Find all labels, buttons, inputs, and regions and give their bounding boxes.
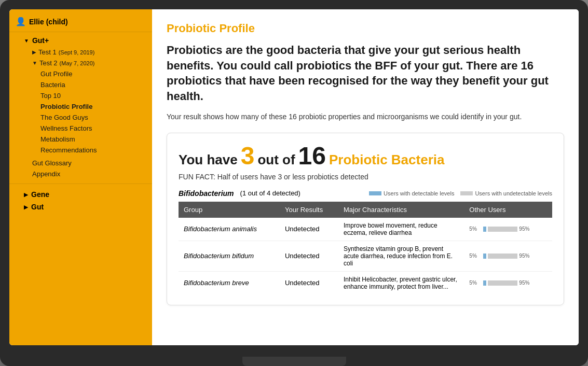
- test1-date: (Sept 9, 2019): [59, 49, 95, 55]
- cell-group: Bifidobacterium breve: [179, 271, 280, 294]
- gray-bar: [488, 280, 517, 286]
- sidebar-item-gut-profile[interactable]: Gut Profile: [9, 68, 152, 79]
- col-group: Group: [179, 202, 280, 218]
- bifido-legend-row: Bifidobacterium (1 out of 4 detected) Us…: [179, 189, 552, 198]
- probiotic-bacteria-label: Probiotic Bacteria: [329, 152, 445, 168]
- chevron-right-gene-icon: ▶: [24, 192, 28, 198]
- sidebar-item-gene[interactable]: ▶ Gene: [9, 188, 152, 201]
- user-count: 3: [241, 144, 255, 168]
- sidebar-item-metabolism[interactable]: Metabolism: [9, 134, 152, 145]
- result-card: You have 3 out of 16 Probiotic Bacteria …: [167, 133, 564, 305]
- fun-fact: FUN FACT: Half of users have 3 or less p…: [179, 173, 552, 181]
- legend-undetectable: Users with undetectable levels: [460, 190, 552, 196]
- cell-result: Undetected: [280, 218, 338, 241]
- page-title: Probiotic Profile: [167, 22, 564, 35]
- laptop-frame: 👤 Ellie (child) ▼ Gut+ ▶ Test 1 (Sept 9,…: [0, 0, 588, 366]
- sub-text: Your result shows how many of these 16 p…: [167, 111, 564, 122]
- sidebar-item-bacteria[interactable]: Bacteria: [9, 79, 152, 90]
- blue-bar: [483, 254, 486, 259]
- good-guys-label: The Good Guys: [40, 114, 88, 121]
- intro-text: Probiotics are the good bacteria that gi…: [167, 43, 564, 104]
- legend-undetectable-label: Users with undetectable levels: [475, 190, 552, 196]
- test1-label: Test 1: [38, 48, 57, 56]
- legend-detectable: Users with detectable levels: [369, 190, 454, 196]
- gut-plus-label: Gut+: [32, 36, 49, 45]
- gut-glossary-label: Gut Glossary: [32, 159, 72, 167]
- bifido-subtitle: (1 out of 4 detected): [240, 189, 300, 197]
- chevron-down-icon: ▼: [24, 38, 29, 44]
- bar-container: 5%95%: [469, 226, 547, 232]
- table-row: Bifidobacterium breveUndetectedInhibit H…: [179, 271, 552, 294]
- gut-profile-label: Gut Profile: [40, 70, 72, 78]
- cell-characteristics: Synthesize vitamin group B, prevent acut…: [338, 241, 464, 271]
- main-content: Probiotic Profile Probiotics are the goo…: [152, 9, 579, 345]
- legend-detectable-label: Users with detectable levels: [384, 190, 454, 196]
- sidebar-item-gut-glossary[interactable]: Gut Glossary: [9, 158, 152, 168]
- cell-result: Undetected: [280, 271, 338, 294]
- bifido-table: Group Your Results Major Characteristics…: [179, 202, 552, 294]
- probiotic-profile-label: Probiotic Profile: [40, 103, 92, 110]
- recommendations-label: Recommendations: [40, 146, 97, 154]
- chevron-right-icon: ▶: [32, 49, 36, 55]
- pct-undetected-label: 95%: [519, 253, 531, 259]
- metabolism-label: Metabolism: [40, 135, 75, 143]
- cell-result: Undetected: [280, 241, 338, 271]
- sidebar-user-label: Ellie (child): [29, 18, 68, 26]
- sidebar-item-gut[interactable]: ▶ Gut: [9, 201, 152, 213]
- pct-undetected-label: 95%: [519, 280, 531, 286]
- bar-container: 5%95%: [469, 253, 547, 259]
- cell-other-users: 5%95%: [464, 218, 552, 241]
- out-of-label: out of: [257, 152, 295, 168]
- total-count: 16: [298, 144, 326, 168]
- cell-group: Bifidobacterium animalis: [179, 218, 280, 241]
- you-have-label: You have: [179, 152, 238, 168]
- cell-other-users: 5%95%: [464, 271, 552, 294]
- table-header-row: Group Your Results Major Characteristics…: [179, 202, 552, 218]
- cell-other-users: 5%95%: [464, 241, 552, 271]
- sidebar-item-wellness-factors[interactable]: Wellness Factors: [9, 123, 152, 134]
- laptop-base: [242, 357, 346, 366]
- sidebar-item-test2[interactable]: ▼ Test 2 (May 7, 2020): [9, 58, 152, 68]
- sidebar-item-test1[interactable]: ▶ Test 1 (Sept 9, 2019): [9, 47, 152, 58]
- gray-bar: [488, 227, 517, 232]
- test2-date: (May 7, 2020): [60, 60, 95, 66]
- sidebar-item-probiotic-profile[interactable]: Probiotic Profile: [9, 101, 152, 112]
- gene-label: Gene: [31, 190, 49, 199]
- pct-undetected-label: 95%: [519, 226, 531, 232]
- sidebar-item-top10[interactable]: Top 10: [9, 90, 152, 101]
- pct-detected-label: 5%: [469, 226, 482, 232]
- cell-characteristics: Inhibit Helicobacter, prevent gastric ul…: [338, 271, 464, 294]
- blue-bar: [483, 227, 486, 232]
- cell-group: Bifidobacterium bifidum: [179, 241, 280, 271]
- col-results: Your Results: [280, 202, 338, 218]
- gray-bar: [488, 254, 517, 259]
- you-have-row: You have 3 out of 16 Probiotic Bacteria: [179, 144, 552, 168]
- chevron-right-gut-icon: ▶: [24, 204, 28, 210]
- user-icon: 👤: [16, 17, 26, 26]
- appendix-label: Appendix: [32, 170, 60, 178]
- sidebar-item-appendix[interactable]: Appendix: [9, 168, 152, 179]
- sidebar: 👤 Ellie (child) ▼ Gut+ ▶ Test 1 (Sept 9,…: [9, 9, 152, 345]
- blue-bar: [483, 280, 486, 286]
- sidebar-item-gut-plus[interactable]: ▼ Gut+: [9, 34, 152, 47]
- legend-blue-bar: [369, 191, 381, 195]
- top10-label: Top 10: [40, 92, 61, 100]
- wellness-label: Wellness Factors: [40, 124, 92, 132]
- table-row: Bifidobacterium bifidumUndetectedSynthes…: [179, 241, 552, 271]
- sidebar-user-ellie[interactable]: 👤 Ellie (child): [9, 13, 152, 30]
- bar-container: 5%95%: [469, 280, 547, 286]
- gut-label: Gut: [31, 203, 44, 211]
- table-row: Bifidobacterium animalisUndetectedImprov…: [179, 218, 552, 241]
- sidebar-item-recommendations[interactable]: Recommendations: [9, 145, 152, 156]
- legend-gray-bar: [460, 191, 473, 195]
- bifido-title: Bifidobacterium: [179, 189, 234, 198]
- cell-characteristics: Improve bowel movement, reduce eczema, r…: [338, 218, 464, 241]
- chevron-down-icon-test2: ▼: [32, 60, 37, 66]
- sidebar-item-good-guys[interactable]: The Good Guys: [9, 112, 152, 123]
- col-characteristics: Major Characteristics: [338, 202, 464, 218]
- bacteria-label: Bacteria: [40, 81, 65, 89]
- laptop-screen: 👤 Ellie (child) ▼ Gut+ ▶ Test 1 (Sept 9,…: [9, 9, 579, 345]
- col-other-users: Other Users: [464, 202, 552, 218]
- pct-detected-label: 5%: [469, 280, 482, 286]
- pct-detected-label: 5%: [469, 253, 482, 259]
